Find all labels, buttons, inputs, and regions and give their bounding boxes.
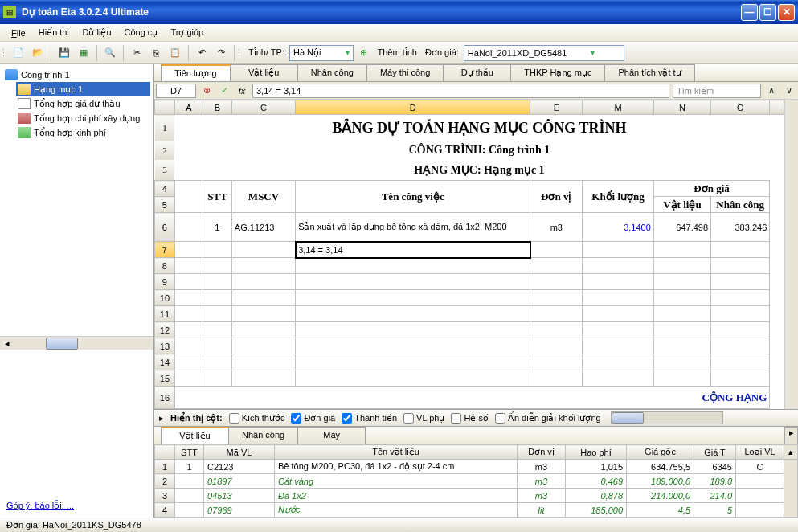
tree-item-budget[interactable]: Tổng hợp kinh phí [16, 125, 150, 140]
undo-button[interactable]: ↶ [193, 44, 211, 62]
formula-bar: D7 ⊗ ✓ fx 3,14 = 3,14 Tìm kiếm ∧ ∨ [154, 82, 798, 100]
open-button[interactable]: 📂 [29, 44, 47, 62]
formula-input[interactable]: 3,14 = 3,14 [252, 84, 669, 98]
table-row-active[interactable]: 7 3,14 = 3,14 [155, 242, 784, 258]
scroll-right-icon[interactable]: ▸ [784, 427, 798, 444]
chk-coef[interactable]: Hệ số [451, 413, 489, 424]
tab-materials[interactable]: Vật liệu [230, 64, 298, 81]
tab-mat-nc[interactable]: Nhân công [228, 427, 298, 444]
tab-mat-vl[interactable]: Vật liệu [161, 427, 229, 444]
menu-data[interactable]: Dữ liệu [76, 25, 118, 40]
mat-headers: STTMã VLTên vật liệuĐơn vịHao phíGiá gốc… [155, 445, 798, 460]
maximize-button[interactable]: ☐ [759, 4, 776, 21]
add-province-icon[interactable]: ⊕ [355, 44, 373, 62]
tree-item-bid[interactable]: Tổng hợp giá dự thầu [16, 96, 150, 111]
tab-bid[interactable]: Dự thầu [443, 64, 511, 81]
province-combo[interactable]: Hà Nội▾ [289, 45, 354, 61]
tree-root[interactable]: Công trình 1 [3, 68, 150, 82]
new-button[interactable]: 📄 [10, 44, 27, 62]
chk-price[interactable]: Đơn giá [291, 413, 335, 424]
active-cell[interactable]: 3,14 = 3,14 [296, 242, 530, 258]
toolbar-grip [239, 47, 243, 59]
sheet-subtitle1: CÔNG TRÌNH: Công trình 1 [174, 141, 784, 159]
tree-item-category[interactable]: Hạng mục 1 [16, 82, 150, 96]
search-next-icon[interactable]: ∨ [782, 84, 796, 98]
accept-formula-icon[interactable]: ✓ [217, 84, 231, 98]
search-input[interactable]: Tìm kiếm [673, 84, 761, 98]
province-label: Tỉnh/ TP: [245, 47, 288, 58]
excel-button[interactable]: ▦ [75, 44, 92, 62]
price-label: Đơn giá: [422, 47, 462, 58]
chk-total[interactable]: Thành tiền [342, 413, 397, 424]
price-combo[interactable]: HaNoi_2011XD_DG5481▾ [464, 45, 624, 61]
tree-item-cost[interactable]: Tổng hợp chi phí xây dựng [16, 111, 150, 125]
close-button[interactable]: ✕ [778, 4, 795, 21]
tab-machinery[interactable]: Máy thi công [366, 64, 444, 81]
materials-grid[interactable]: STTMã VLTên vật liệuĐơn vịHao phíGiá gốc… [154, 444, 798, 518]
chk-hide[interactable]: Ẩn diễn giải khối lượng [495, 413, 601, 424]
menu-tools[interactable]: Công cụ [118, 25, 165, 40]
preview-button[interactable]: 🔍 [101, 44, 119, 62]
feedback-link[interactable]: Góp ý, báo lỗi, ... [0, 494, 153, 518]
titlebar: ⊞ Dự toán Eta 3.0.2.4 Ultimate — ☐ ✕ [0, 0, 798, 24]
project-tree: Công trình 1 Hạng mục 1 Tổng hợp giá dự … [0, 64, 153, 203]
tabs-main: Tiên lượng Vật liệu Nhân công Máy thi cô… [154, 64, 798, 82]
statusbar: Đơn giá: HaNoi_2011KS_DG5478 [0, 518, 798, 532]
chk-aux[interactable]: VL phụ [403, 413, 444, 424]
table-row[interactable]: 6 1 AG.11213 Sản xuất và lắp dựng bê tôn… [155, 213, 784, 242]
mat-row[interactable]: 201897Cát vàngm30,469189.000,0189.0 [155, 474, 798, 489]
chk-size[interactable]: Kích thước [229, 413, 285, 424]
cancel-formula-icon[interactable]: ⊗ [199, 84, 214, 98]
tab-labor[interactable]: Nhân công [297, 64, 367, 81]
main-area: Tiên lượng Vật liệu Nhân công Máy thi cô… [154, 64, 798, 518]
save-button[interactable]: 💾 [55, 44, 73, 62]
filter-scroll[interactable] [611, 411, 723, 424]
cell-reference[interactable]: D7 [156, 84, 196, 98]
redo-button[interactable]: ↷ [212, 44, 230, 62]
toolbar-grip [3, 47, 8, 59]
add-province-label[interactable]: Thêm tỉnh [374, 47, 420, 58]
spreadsheet[interactable]: ABCDEMNO 1BẢNG DỰ TOÁN HẠNG MỤC CÔNG TRÌ… [154, 100, 798, 409]
mat-row[interactable]: 11C2123Bê tông M200, PC30, đá 1x2 - độ s… [155, 460, 798, 474]
paste-button[interactable]: 📋 [166, 44, 184, 62]
tab-analysis[interactable]: Phân tích vật tư [604, 64, 694, 81]
tab-thkp[interactable]: THKP Hạng mục [510, 64, 605, 81]
sidebar: Công trình 1 Hạng mục 1 Tổng hợp giá dự … [0, 64, 154, 518]
tab-mat-may[interactable]: Máy [297, 427, 366, 444]
sidebar-hscroll[interactable]: ◂ [0, 336, 153, 350]
minimize-button[interactable]: — [741, 4, 758, 21]
toolbar: 📄 📂 💾 ▦ 🔍 ✂ ⎘ 📋 ↶ ↷ Tỉnh/ TP: Hà Nội▾ ⊕ … [0, 42, 798, 64]
mat-row[interactable]: 407969Nướclit185,0004,55 [155, 503, 798, 518]
menu-view[interactable]: Hiển thị [32, 25, 76, 40]
tabs-materials: Vật liệu Nhân công Máy ▸ [154, 427, 798, 444]
copy-button[interactable]: ⎘ [147, 44, 165, 62]
footer-sum: CỘNG HẠNG [174, 387, 769, 409]
window-title: Dự toán Eta 3.0.2.4 Ultimate [20, 6, 739, 18]
cut-button[interactable]: ✂ [128, 44, 145, 62]
column-headers[interactable]: ABCDEMNO [155, 100, 784, 115]
column-filter-bar: ▸ Hiển thị cột: Kích thước Đơn giá Thành… [154, 409, 798, 427]
menubar: File Hiển thị Dữ liệu Công cụ Trợ giúp [0, 24, 798, 42]
sheet-subtitle2: HẠNG MỤC: Hạng mục 1 [174, 160, 784, 181]
menu-file[interactable]: File [5, 26, 32, 40]
menu-help[interactable]: Trợ giúp [164, 25, 210, 40]
app-icon: ⊞ [3, 6, 16, 18]
mat-row[interactable]: 304513Đá 1x2m30,878214.000,0214.0 [155, 489, 798, 503]
fx-icon[interactable]: fx [235, 84, 249, 98]
search-prev-icon[interactable]: ∧ [764, 84, 779, 98]
vscroll[interactable] [784, 100, 798, 409]
sheet-title: BẢNG DỰ TOÁN HẠNG MỤC CÔNG TRÌNH [174, 115, 784, 141]
tab-quantities[interactable]: Tiên lượng [161, 64, 231, 81]
